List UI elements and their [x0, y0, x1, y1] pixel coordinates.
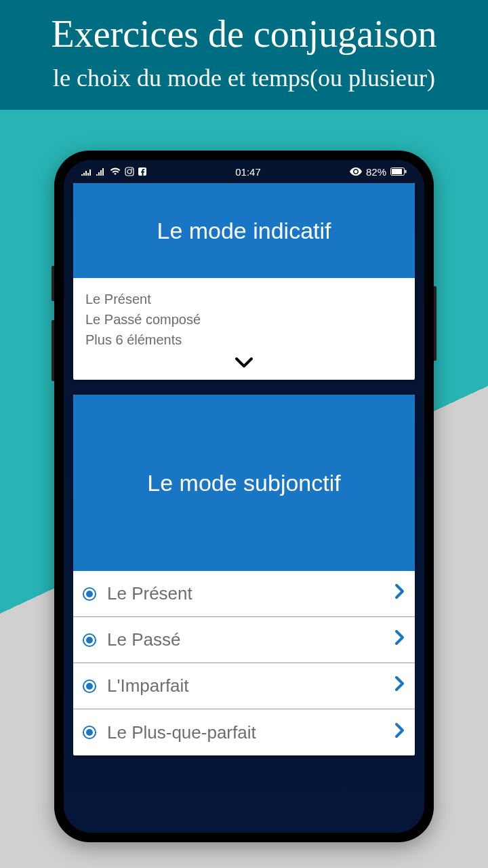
promo-subtitle: le choix du mode et temps(ou plusieur) [7, 64, 481, 92]
chevron-down-icon [234, 361, 254, 372]
instagram-icon [125, 167, 134, 176]
phone-screen: 01:47 82% Le mode indicatif [64, 160, 424, 833]
tense-label: Le Passé [107, 629, 394, 650]
card-header[interactable]: Le mode subjonctif [73, 395, 415, 571]
facebook-icon [138, 167, 146, 176]
signal-icon [96, 167, 106, 176]
tense-label: L'Imparfait [107, 675, 394, 696]
radio-icon [83, 726, 96, 739]
card-title: Le mode subjonctif [147, 470, 340, 496]
tense-label: Le Présent [107, 583, 394, 604]
phone-side-button [52, 266, 54, 301]
status-bar: 01:47 82% [64, 160, 424, 183]
tense-option[interactable]: Le Passé [73, 617, 415, 663]
status-battery-pct: 82% [366, 166, 386, 178]
svg-point-1 [127, 170, 131, 174]
phone-frame: 01:47 82% Le mode indicatif [54, 151, 434, 842]
summary-line: Plus 6 éléments [85, 330, 403, 350]
tense-option[interactable]: L'Imparfait [73, 663, 415, 709]
svg-rect-0 [125, 167, 134, 176]
card-summary: Le Présent Le Passé composé Plus 6 éléme… [73, 278, 415, 355]
svg-point-2 [131, 169, 133, 170]
radio-icon [83, 679, 96, 693]
mode-card-indicatif[interactable]: Le mode indicatif Le Présent Le Passé co… [73, 183, 415, 380]
card-header[interactable]: Le mode indicatif [73, 183, 415, 278]
wifi-icon [110, 167, 121, 176]
phone-side-button [434, 286, 436, 361]
card-title: Le mode indicatif [157, 218, 331, 244]
tense-label: Le Plus-que-parfait [107, 722, 394, 743]
svg-rect-5 [392, 169, 402, 174]
chevron-right-icon [394, 629, 405, 650]
promo-title: Exercices de conjugaison [7, 12, 481, 56]
tense-option[interactable]: Le Présent [73, 571, 415, 617]
battery-icon [390, 167, 407, 176]
radio-icon [83, 587, 96, 601]
summary-line: Le Présent [85, 289, 403, 309]
eye-icon [350, 167, 362, 176]
promo-header: Exercices de conjugaison le choix du mod… [0, 0, 488, 110]
expand-button[interactable] [73, 355, 415, 380]
svg-rect-6 [405, 170, 406, 174]
chevron-right-icon [394, 583, 405, 604]
tense-option[interactable]: Le Plus-que-parfait [73, 709, 415, 755]
summary-line: Le Passé composé [85, 309, 403, 330]
chevron-right-icon [394, 675, 405, 696]
status-time: 01:47 [235, 166, 261, 178]
mode-card-subjonctif[interactable]: Le mode subjonctif Le Présent Le Passé [73, 395, 415, 755]
chevron-right-icon [394, 722, 405, 743]
radio-icon [83, 633, 96, 647]
signal-icon [81, 167, 92, 176]
phone-side-button [52, 320, 54, 381]
